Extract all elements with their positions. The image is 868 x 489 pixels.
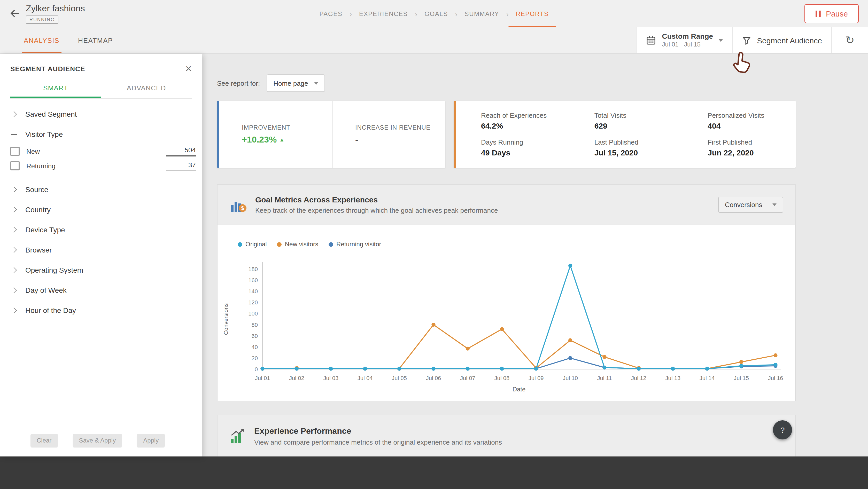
segment-audience-button[interactable]: Segment Audience: [733, 27, 832, 53]
chart-point: [363, 367, 367, 370]
segment-item-hour-of-day[interactable]: Hour of the Day: [0, 300, 202, 320]
filter-icon: [742, 36, 751, 45]
app-header: Zylker fashions RUNNING PAGES › EXPERIEN…: [0, 0, 868, 27]
pause-icon: [815, 10, 821, 17]
chart-point: [466, 347, 470, 351]
tab-advanced[interactable]: ADVANCED: [101, 78, 192, 98]
see-report-label: See report for:: [217, 79, 260, 87]
arrow-left-icon: [9, 8, 21, 19]
experience-performance-section: Experience Performance View and compare …: [217, 415, 796, 458]
segment-panel-header: SEGMENT AUDIENCE ×: [0, 54, 202, 78]
svg-text:180: 180: [248, 266, 258, 272]
page-title: Zylker fashions: [26, 3, 85, 13]
checkbox-new[interactable]: [10, 146, 20, 156]
svg-text:Jul 11: Jul 11: [597, 375, 612, 381]
chart-point: [431, 323, 435, 327]
back-button[interactable]: [6, 5, 24, 22]
segment-item-browser[interactable]: Browser: [0, 239, 202, 260]
save-apply-button[interactable]: Save & Apply: [72, 434, 122, 447]
visitor-new-count-input[interactable]: 504: [166, 146, 196, 157]
chart-point: [705, 367, 709, 370]
page-selector-dropdown[interactable]: Home page: [267, 74, 325, 92]
date-range-text: Custom Range Jul 01 - Jul 15: [662, 32, 713, 48]
segment-item-day-of-week[interactable]: Day of Week: [0, 280, 202, 300]
segment-panel-title: SEGMENT AUDIENCE: [10, 65, 85, 72]
page-selector-value: Home page: [273, 79, 308, 87]
svg-text:Jul 10: Jul 10: [563, 375, 578, 381]
improvement-card: IMPROVEMENT +10.23% ▲ INCREASE IN REVENU…: [217, 101, 445, 168]
chart-point: [500, 327, 504, 331]
chevron-down-icon: [314, 82, 318, 85]
breadcrumb-experiences[interactable]: EXPERIENCES: [352, 0, 415, 27]
segment-item-device-type[interactable]: Device Type: [0, 220, 202, 239]
chart-point: [739, 364, 743, 368]
visitor-returning-count-input[interactable]: 37: [166, 161, 196, 171]
svg-text:Conversions: Conversions: [223, 303, 229, 335]
experience-performance-title: Experience Performance: [254, 426, 502, 436]
svg-text:60: 60: [252, 333, 258, 339]
chevron-right-icon: [10, 227, 18, 232]
pause-button[interactable]: Pause: [805, 4, 859, 23]
metric-selector-dropdown[interactable]: Conversions: [718, 197, 783, 213]
chart-point: [773, 363, 777, 367]
chart-point: [295, 367, 299, 370]
goal-metrics-subtitle: Keep track of the experiences through wh…: [255, 206, 498, 214]
visitor-option-returning[interactable]: Returning 37: [0, 159, 202, 173]
see-report-row: See report for: Home page: [217, 74, 796, 92]
chevron-down-icon: [719, 39, 723, 41]
chart-point: [773, 354, 777, 357]
chart-point: [602, 366, 606, 369]
help-button[interactable]: ?: [773, 420, 792, 439]
close-icon[interactable]: ×: [185, 64, 192, 73]
date-range-picker[interactable]: Custom Range Jul 01 - Jul 15: [637, 27, 733, 53]
pause-button-label: Pause: [826, 9, 848, 18]
breadcrumb-separator-icon: ›: [506, 0, 509, 27]
bottom-bar: [0, 456, 868, 489]
title-block: Zylker fashions RUNNING: [26, 3, 85, 24]
svg-text:Jul 15: Jul 15: [734, 375, 749, 381]
chart-point: [397, 367, 401, 370]
segment-panel-tabs: SMART ADVANCED: [10, 78, 192, 99]
clear-button[interactable]: Clear: [30, 434, 58, 447]
apply-button[interactable]: Apply: [137, 434, 165, 447]
segment-item-saved-segment[interactable]: Saved Segment: [0, 104, 202, 124]
legend-dot-icon: [329, 242, 333, 247]
calendar-icon: [646, 35, 656, 45]
refresh-icon: ↻: [845, 35, 854, 45]
svg-text:Jul 03: Jul 03: [323, 375, 338, 381]
experience-performance-subtitle: View and compare performance metrics of …: [254, 438, 502, 446]
segment-item-operating-system[interactable]: Operating System: [0, 260, 202, 280]
tab-analysis[interactable]: ANALYSIS: [22, 27, 61, 53]
tab-smart[interactable]: SMART: [10, 78, 101, 98]
metric-selector-value: Conversions: [725, 201, 762, 208]
legend-item-original[interactable]: Original: [238, 241, 267, 248]
chevron-right-icon: [10, 288, 18, 292]
app-root: Zylker fashions RUNNING PAGES › EXPERIEN…: [0, 0, 868, 489]
chevron-right-icon: [10, 112, 18, 116]
summary-cards: IMPROVEMENT +10.23% ▲ INCREASE IN REVENU…: [217, 101, 796, 168]
segment-item-visitor-type[interactable]: Visitor Type: [0, 124, 202, 144]
kpi-total-visits: Total Visits 629: [594, 111, 683, 130]
chart-point: [466, 367, 470, 370]
breadcrumb-pages[interactable]: PAGES: [312, 0, 349, 27]
chart-legend: OriginalNew visitorsReturning visitor: [238, 241, 381, 248]
chart-point: [500, 367, 504, 370]
breadcrumb-reports[interactable]: REPORTS: [509, 0, 556, 27]
breadcrumb-summary[interactable]: SUMMARY: [458, 0, 506, 27]
legend-item-new-visitors[interactable]: New visitors: [277, 241, 318, 248]
segment-item-country[interactable]: Country: [0, 199, 202, 220]
legend-item-returning-visitor[interactable]: Returning visitor: [329, 241, 381, 248]
checkbox-returning[interactable]: [10, 161, 20, 170]
conversions-chart: 020406080100120140160180Jul 01Jul 02Jul …: [218, 225, 795, 400]
visitor-option-new[interactable]: New 504: [0, 144, 202, 159]
tab-heatmap[interactable]: HEATMAP: [76, 27, 115, 53]
improvement-label: IMPROVEMENT: [242, 124, 332, 131]
breadcrumb-goals[interactable]: GOALS: [417, 0, 455, 27]
svg-text:Jul 09: Jul 09: [529, 375, 544, 381]
refresh-button[interactable]: ↻: [832, 27, 868, 53]
improvement-stat: IMPROVEMENT +10.23% ▲: [219, 101, 333, 168]
legend-label: Returning visitor: [336, 241, 381, 248]
chart-point: [568, 264, 572, 267]
breadcrumb: PAGES › EXPERIENCES › GOALS › SUMMARY › …: [312, 0, 556, 27]
segment-item-source[interactable]: Source: [0, 179, 202, 199]
